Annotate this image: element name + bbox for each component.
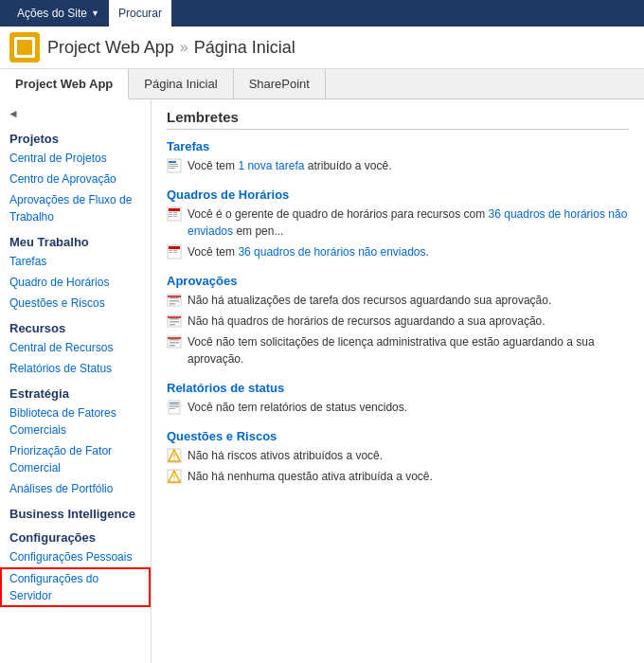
reminder-title-questoes: Questões e Riscos — [167, 429, 629, 443]
svg-rect-10 — [173, 214, 177, 215]
svg-rect-37 — [170, 406, 179, 407]
reminder-section-aprovacoes: Aprovações Não há atualizações de tarefa… — [167, 274, 629, 367]
report-icon — [167, 400, 182, 415]
svg-rect-25 — [170, 318, 179, 320]
link-nova-tarefa[interactable]: 1 nova tarefa — [238, 159, 304, 172]
site-actions-menu[interactable]: Ações do Site ▼ — [8, 0, 109, 27]
reminder-item-quadros-1: Você é o gerente de quadro de horários p… — [167, 206, 629, 240]
svg-rect-41 — [174, 454, 175, 457]
page-header: Project Web App » Página Inicial — [0, 27, 644, 69]
sidebar-link-aprovacoes-fluxo[interactable]: Aprovações de Fluxo de Trabalho — [0, 189, 151, 227]
sidebar-link-questoes-riscos[interactable]: Questões e Riscos — [0, 293, 151, 314]
reminder-text-aprovacoes-2: Não há quadros de horários de recursos a… — [188, 313, 546, 330]
reminder-section-quadros: Quadros de Horários Você é o gerente de … — [167, 188, 629, 260]
reminder-title-relatorios: Relatórios de status — [167, 381, 629, 395]
sidebar-link-priorizacao-fator[interactable]: Priorização de Fator Comercial — [0, 440, 151, 478]
svg-rect-1 — [169, 161, 176, 163]
sidebar-link-analises-portfolio[interactable]: Análises de Portfólio — [0, 478, 151, 499]
tab-project-web-app[interactable]: Project Web App — [0, 69, 129, 99]
sidebar-link-biblioteca-fatores[interactable]: Biblioteca de Fatores Comerciais — [0, 403, 151, 440]
reminder-text-relatorios-1: Você não tem relatórios de status vencid… — [188, 399, 407, 416]
sidebar-section-bi: Business Intelligence — [0, 499, 151, 523]
svg-rect-22 — [170, 303, 175, 305]
link-quadros-nao-enviados-1[interactable]: 36 quadros de horários não enviados — [188, 207, 627, 238]
sidebar-section-configuracoes: Configurações — [0, 523, 151, 547]
link-quadros-nao-enviados-2[interactable]: 36 quadros de horários não enviados — [238, 245, 425, 259]
sidebar-link-config-pessoais[interactable]: Configurações Pessoais — [0, 547, 151, 567]
reminder-text-aprovacoes-1: Não há atualizações de tarefa dos recurs… — [188, 292, 551, 309]
sidebar-section-meu-trabalho: Meu Trabalho — [0, 227, 151, 251]
reminder-title-quadros: Quadros de Horários — [167, 188, 629, 202]
reminder-section-tarefas: Tarefas Você tem 1 nova tarefa atribuído… — [167, 139, 629, 174]
svg-rect-18 — [173, 252, 177, 253]
svg-rect-21 — [170, 300, 179, 302]
approval-icon-1 — [167, 293, 182, 308]
reminder-item-aprovacoes-1: Não há atualizações de tarefa dos recurs… — [167, 292, 629, 309]
reminder-text-questoes-1: Não há riscos ativos atribuídos a você. — [188, 447, 383, 464]
svg-rect-7 — [169, 212, 172, 213]
reminder-item-quadros-2: Você tem 36 quadros de horários não envi… — [167, 243, 629, 260]
sidebar-link-central-projetos[interactable]: Central de Projetos — [0, 148, 151, 169]
reminder-section-relatorios: Relatórios de status Você não tem relató… — [167, 381, 629, 416]
reminder-text-questoes-2: Não há nenhuma questão ativa atribuída a… — [188, 468, 433, 485]
svg-rect-31 — [170, 342, 179, 344]
content-title: Lembretes — [167, 109, 629, 130]
svg-rect-32 — [170, 345, 175, 347]
sidebar-link-config-servidor[interactable]: Configurações do Servidor — [0, 567, 151, 607]
tab-pagina-inicial[interactable]: Página Inicial — [129, 69, 233, 99]
svg-rect-15 — [169, 250, 172, 251]
reminder-item-aprovacoes-3: Você não tem solicitações de licença adm… — [167, 333, 629, 367]
svg-rect-9 — [169, 214, 172, 215]
svg-rect-2 — [169, 164, 178, 165]
svg-rect-16 — [173, 250, 177, 251]
reminder-item-questoes-1: Não há riscos ativos atribuídos a você. — [167, 447, 629, 464]
sidebar-link-central-recursos[interactable]: Central de Recursos — [0, 337, 151, 358]
tab-bar: Project Web App Página Inicial SharePoin… — [0, 69, 644, 99]
reminder-item-aprovacoes-2: Não há quadros de horários de recursos a… — [167, 313, 629, 330]
reminder-text-aprovacoes-3: Você não tem solicitações de licença adm… — [188, 333, 629, 367]
svg-rect-26 — [170, 321, 179, 323]
timesheet-icon-2 — [167, 244, 182, 260]
svg-rect-4 — [169, 168, 175, 169]
browse-tab[interactable]: Procurar — [109, 0, 171, 27]
main-layout: ◄ Projetos Central de Projetos Centro de… — [0, 99, 644, 663]
reminder-item: Você tem 1 nova tarefa atribuído a você. — [167, 157, 629, 174]
sidebar-link-centro-aprovacao[interactable]: Centro de Aprovação — [0, 169, 151, 189]
sidebar-section-recursos: Recursos — [0, 314, 151, 337]
approval-icon-3 — [167, 334, 182, 349]
svg-rect-30 — [170, 339, 179, 341]
sidebar-collapse-button[interactable]: ◄ — [0, 103, 151, 124]
svg-rect-36 — [170, 404, 179, 405]
reminder-title-aprovacoes: Aprovações — [167, 274, 629, 288]
reminder-section-questoes: Questões e Riscos Não há riscos ativos a… — [167, 429, 629, 485]
svg-rect-12 — [173, 216, 177, 217]
risk-icon-2 — [167, 469, 182, 484]
sidebar: ◄ Projetos Central de Projetos Centro de… — [0, 99, 152, 663]
risk-icon-1 — [167, 448, 182, 463]
reminder-text-tarefas: Você tem 1 nova tarefa atribuído a você. — [188, 157, 392, 174]
reminder-title-tarefas: Tarefas — [167, 139, 629, 153]
sidebar-section-estrategia: Estratégia — [0, 379, 151, 403]
svg-rect-27 — [170, 324, 175, 326]
page-subtitle: Página Inicial — [194, 38, 295, 58]
svg-rect-17 — [169, 252, 172, 253]
timesheet-icon-1 — [167, 206, 182, 222]
sidebar-link-relatorios-status[interactable]: Relatórios de Status — [0, 358, 151, 379]
sidebar-link-quadro-horarios[interactable]: Quadro de Horários — [0, 272, 151, 293]
svg-rect-35 — [170, 403, 179, 403]
reminder-item-relatorios-1: Você não tem relatórios de status vencid… — [167, 399, 629, 416]
reminder-text-quadros-1: Você é o gerente de quadro de horários p… — [188, 206, 629, 240]
reminder-text-quadros-2: Você tem 36 quadros de horários não envi… — [188, 243, 429, 260]
sidebar-section-projetos: Projetos — [0, 124, 151, 148]
svg-rect-46 — [174, 479, 175, 481]
svg-rect-45 — [174, 475, 175, 478]
svg-rect-42 — [174, 458, 175, 460]
svg-rect-38 — [170, 408, 175, 409]
content-area: Lembretes Tarefas Você tem 1 nova tarefa… — [152, 99, 644, 663]
tab-sharepoint[interactable]: SharePoint — [234, 69, 326, 99]
top-navigation: Ações do Site ▼ Procurar — [0, 0, 644, 27]
app-title: Project Web App — [47, 38, 174, 58]
sidebar-link-tarefas[interactable]: Tarefas — [0, 251, 151, 272]
chevron-down-icon: ▼ — [91, 9, 99, 18]
svg-rect-20 — [170, 297, 179, 299]
